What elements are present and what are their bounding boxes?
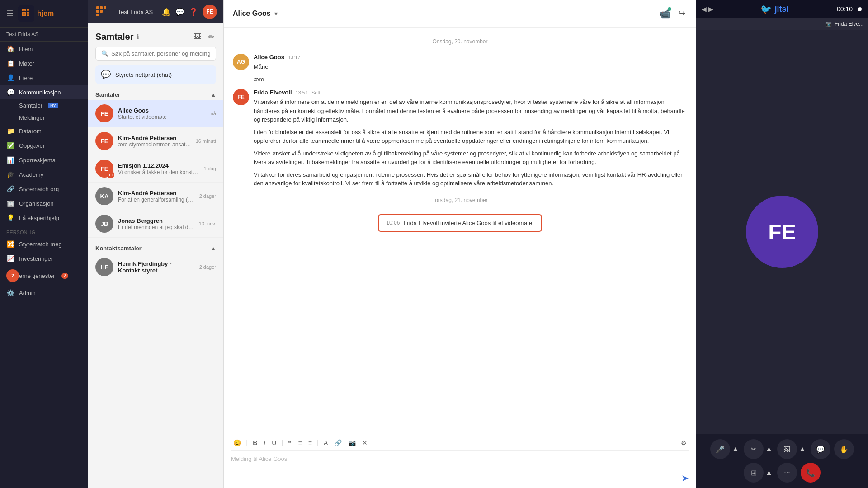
sidebar-item-styrematch[interactable]: 🔗 Styrematch org <box>0 182 88 196</box>
bold-btn[interactable]: B <box>250 438 259 448</box>
image-btn[interactable]: 📷 <box>346 438 358 448</box>
numbered-list-btn[interactable]: ≡ <box>306 438 314 448</box>
jitsi-record-btn[interactable]: ⏺ <box>856 5 863 13</box>
sidebar-item-styrematch-meg[interactable]: 🔀 Styrematch meg <box>0 237 88 251</box>
conv-info: Henrik Fjerdingby - Kontakt styret <box>118 260 195 274</box>
italic-btn[interactable]: I <box>261 438 268 448</box>
send-button[interactable]: ➤ <box>681 473 689 483</box>
svg-rect-4 <box>22 12 24 14</box>
message-status: Sett <box>311 90 321 95</box>
sidebar-item-academy[interactable]: 🎓 Academy <box>0 167 88 182</box>
compose-icon[interactable]: ✏ <box>207 31 216 43</box>
sidebar-item-externe-tjenester[interactable]: 2 erne tjenester 2 <box>0 266 88 286</box>
quote-btn[interactable]: ❝ <box>286 438 294 448</box>
clear-btn[interactable]: ✕ <box>360 438 370 448</box>
sidebar-item-investeringer[interactable]: 📈 Investeringer <box>0 251 88 266</box>
orgbrain-small-logo <box>94 5 109 19</box>
owners-icon: 👤 <box>6 74 14 81</box>
jitsi-main-area: FE <box>696 30 868 434</box>
messages-icon[interactable]: 💬 <box>175 8 184 16</box>
sidebar-item-eksperthjelp[interactable]: 💡 Få eksperthjelp <box>0 211 88 225</box>
list-item[interactable]: FE Alice Goos Startet et videomøte nå <box>88 100 223 127</box>
jitsi-mic-btn[interactable]: 🎤 <box>710 439 730 459</box>
jitsi-share-btn[interactable]: 🖼 <box>777 439 797 459</box>
kontaktsamtaler-section-header: Kontaktsamtaler ▲ <box>88 241 223 253</box>
video-invite-container: 10:06 Frida Elvevoll inviterte Alice Goo… <box>233 212 687 234</box>
list-item[interactable]: KA Kim-André Pettersen For at en general… <box>88 183 223 210</box>
conv-preview: Startet et videomøte <box>118 114 206 120</box>
jitsi-prev-btn[interactable]: ◀ <box>702 5 707 13</box>
conv-preview: For at en generalforsamling (G... <box>118 197 195 203</box>
sidebar-item-sporreskjema[interactable]: 📊 Spørreskjema <box>0 153 88 167</box>
conv-name: Alice Goos <box>118 107 206 114</box>
jitsi-grid-dropdown[interactable]: ▲ <box>764 463 774 483</box>
search-input[interactable] <box>111 50 210 57</box>
chat-area: Alice Goos ▾ 📹 ↪ Onsdag, 20. november AG… <box>224 0 696 488</box>
more-options-btn[interactable]: ⚙ <box>679 438 689 448</box>
list-item[interactable]: FE Kim-André Pettersen ære styremedlemme… <box>88 127 223 155</box>
chat-name-dropdown[interactable]: ▾ <box>274 10 278 17</box>
styrets-nettprat-item[interactable]: 💬 Styrets nettprat (chat) <box>95 65 216 84</box>
video-add-icon[interactable]: 🖼 <box>192 31 203 43</box>
svg-rect-5 <box>24 12 26 14</box>
sidebar-item-admin[interactable]: ⚙️ Admin <box>0 286 88 300</box>
jitsi-camera-dropdown[interactable]: ▲ <box>764 439 774 459</box>
user-avatar[interactable]: FE <box>203 5 217 19</box>
notifications-icon[interactable]: 🔔 <box>162 8 171 16</box>
jitsi-next-btn[interactable]: ▶ <box>708 5 713 13</box>
jitsi-grid-btn[interactable]: ⊞ <box>744 463 764 483</box>
jitsi-share-dropdown[interactable]: ▲ <box>798 439 807 459</box>
message-time: 13:17 <box>288 55 301 60</box>
sidebar-item-meldinger[interactable]: Meldinger <box>0 112 88 124</box>
sidebar-item-moter[interactable]: 📋 Møter <box>0 56 88 70</box>
jitsi-mic-dropdown[interactable]: ▲ <box>731 439 740 459</box>
sidebar-item-organisasjon[interactable]: 🏢 Organisasjon <box>0 196 88 211</box>
svg-rect-14 <box>100 10 103 13</box>
hamburger-icon[interactable]: ☰ <box>6 9 14 19</box>
exit-chat-btn[interactable]: ↪ <box>677 6 687 21</box>
list-item[interactable]: HF Henrik Fjerdingby - Kontakt styret 2 … <box>88 253 223 281</box>
jitsi-controls: 🎤 ▲ ✂ ▲ 🖼 ▲ 💬 ✋ ⊞ ▲ ··· 📞 <box>696 434 868 488</box>
chat-icon: 💬 <box>101 70 111 80</box>
list-item[interactable]: JB Jonas Berggren Er det meningen at jeg… <box>88 210 223 238</box>
sidebar-item-kommunikasjon[interactable]: 💬 Kommunikasjon <box>0 85 88 99</box>
svg-rect-3 <box>27 9 29 11</box>
text-color-btn[interactable]: A <box>321 438 330 448</box>
jitsi-topbar: ◀ ▶ 🐦 jitsi 00:10 ⏺ <box>696 0 868 18</box>
jitsi-raise-hand-btn[interactable]: ✋ <box>834 439 854 459</box>
avatar: FE <box>95 132 113 150</box>
emoji-btn[interactable]: 😊 <box>231 438 243 448</box>
conv-time: 1 dag <box>203 166 216 171</box>
jitsi-more-btn[interactable]: ··· <box>777 463 797 483</box>
jitsi-panel: ◀ ▶ 🐦 jitsi 00:10 ⏺ 📷 Frida Elve... FE 🎤… <box>696 0 868 488</box>
svg-rect-13 <box>96 10 99 13</box>
jitsi-preview-bar: 📷 Frida Elve... <box>696 18 868 30</box>
jitsi-camera-btn[interactable]: ✂ <box>744 439 764 459</box>
jitsi-end-call-btn[interactable]: 📞 <box>801 463 821 483</box>
video-call-btn[interactable]: 📹 <box>657 6 672 21</box>
jitsi-chat-btn[interactable]: 💬 <box>811 439 830 459</box>
conv-time: 2 dager <box>199 193 216 199</box>
admin-icon: ⚙️ <box>6 289 14 296</box>
sidebar-item-samtaler[interactable]: Samtaler NY <box>0 99 88 112</box>
sidebar-item-oppgaver[interactable]: ✅ Oppgaver <box>0 138 88 153</box>
samtaler-collapse-btn[interactable]: ▲ <box>211 92 216 98</box>
svg-rect-1 <box>22 9 24 11</box>
composer-toolbar: 😊 | B I U | ❝ ≡ ≡ | A 🔗 📷 ✕ ⚙ <box>231 438 689 451</box>
message-input[interactable]: Melding til Alice Goos <box>231 454 689 470</box>
link-btn[interactable]: 🔗 <box>332 438 344 448</box>
sidebar-item-hjem[interactable]: 🏠 Hjem <box>0 42 88 56</box>
unread-badge: 11 <box>107 171 114 178</box>
list-item[interactable]: FE 11 Emisjon 1.12.2024 Vi ønsker å takk… <box>88 155 223 183</box>
kontaktsamtaler-collapse-btn[interactable]: ▲ <box>211 245 216 252</box>
help-icon[interactable]: ❓ <box>189 8 198 16</box>
conversation-search[interactable]: 🔍 <box>95 47 216 61</box>
list-btn[interactable]: ≡ <box>296 438 304 448</box>
sidebar-item-eiere[interactable]: 👤 Eiere <box>0 70 88 85</box>
conversations-info-icon[interactable]: ℹ <box>137 33 139 41</box>
sidebar-item-datarom[interactable]: 📁 Datarom <box>0 124 88 138</box>
underline-btn[interactable]: U <box>269 438 278 448</box>
org-selector[interactable]: Test Frida AS <box>118 9 153 15</box>
jitsi-timer-area: 00:10 ⏺ <box>837 5 863 13</box>
svg-rect-11 <box>100 6 103 9</box>
